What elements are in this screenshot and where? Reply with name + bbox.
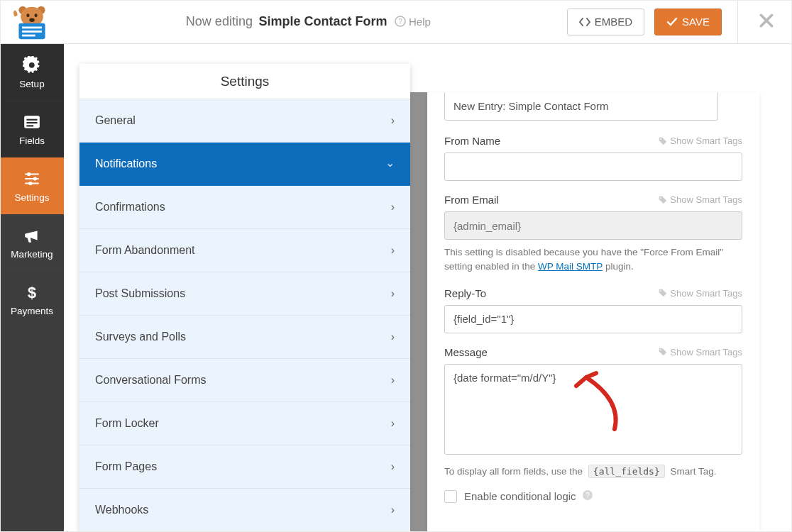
chevron-right-icon: › <box>391 504 395 516</box>
help-label: Help <box>409 16 431 28</box>
panel-item-confirmations[interactable]: Confirmations › <box>79 186 410 229</box>
chevron-right-icon: › <box>391 460 395 473</box>
save-button[interactable]: SAVE <box>654 9 722 35</box>
svg-point-3 <box>26 13 29 17</box>
panel-shadow-strip <box>410 92 427 532</box>
panel-item-label: Surveys and Polls <box>95 331 186 343</box>
tag-icon <box>659 196 667 204</box>
svg-point-22 <box>660 290 661 292</box>
panel-item-label: Confirmations <box>95 201 165 214</box>
smart-tags-link[interactable]: Show Smart Tags <box>659 347 742 358</box>
smart-tags-label: Show Smart Tags <box>670 288 742 299</box>
hint-text: Smart Tag. <box>671 466 717 477</box>
wp-mail-smtp-link[interactable]: WP Mail SMTP <box>538 261 603 272</box>
reply-to-label: Reply-To <box>444 287 486 299</box>
vnav-label: Marketing <box>11 249 53 260</box>
vnav-settings[interactable]: Settings <box>0 157 64 214</box>
from-email-note: This setting is disabled because you hav… <box>444 245 742 275</box>
conditional-logic-checkbox[interactable] <box>444 490 457 503</box>
panel-item-form-pages[interactable]: Form Pages › <box>79 445 410 489</box>
panel-item-webhooks[interactable]: Webhooks › <box>79 489 410 532</box>
panel-item-notifications[interactable]: Notifications ⌄ <box>79 143 410 186</box>
gear-icon <box>23 56 41 74</box>
help-link[interactable]: ? Help <box>395 16 431 28</box>
svg-text:?: ? <box>398 18 402 26</box>
panel-item-label: General <box>95 114 136 127</box>
smart-tags-label: Show Smart Tags <box>670 194 742 205</box>
vnav-marketing[interactable]: Marketing <box>0 214 64 271</box>
chevron-right-icon: › <box>391 114 395 127</box>
vnav-fields[interactable]: Fields <box>0 101 64 157</box>
chevron-right-icon: › <box>391 331 395 343</box>
svg-rect-8 <box>22 31 42 33</box>
panel-item-form-abandonment[interactable]: Form Abandonment › <box>79 229 410 272</box>
panel-item-post-submissions[interactable]: Post Submissions › <box>79 272 410 316</box>
entry-title-input[interactable] <box>444 92 718 121</box>
panel-item-form-locker[interactable]: Form Locker › <box>79 402 410 445</box>
smart-tags-link[interactable]: Show Smart Tags <box>659 135 742 146</box>
embed-button[interactable]: EMBED <box>567 9 644 35</box>
bullhorn-icon <box>23 226 41 245</box>
help-icon: ? <box>395 16 406 27</box>
dollar-icon: $ <box>23 283 41 301</box>
check-icon <box>666 16 678 28</box>
separator <box>737 0 738 44</box>
panel-item-label: Form Locker <box>95 417 159 430</box>
vnav-label: Payments <box>11 306 53 316</box>
help-icon[interactable]: ? <box>582 489 593 504</box>
vertical-nav: Setup Fields Settings Marketing $ Paymen… <box>0 44 64 532</box>
reply-to-input[interactable] <box>444 305 742 333</box>
vnav-label: Setup <box>19 79 44 89</box>
svg-text:?: ? <box>585 492 590 499</box>
panel-items: General › Notifications ⌄ Confirmations … <box>79 99 410 532</box>
conditional-logic-label: Enable conditional logic <box>464 490 576 502</box>
vnav-label: Fields <box>19 135 45 146</box>
tag-icon <box>659 137 667 145</box>
message-textarea[interactable] <box>444 364 742 455</box>
svg-rect-9 <box>22 34 35 36</box>
from-name-input[interactable] <box>444 153 742 181</box>
conditional-logic-row: Enable conditional logic ? <box>444 489 742 504</box>
close-icon <box>759 13 774 28</box>
panel-item-label: Webhooks <box>95 504 148 516</box>
message-label: Message <box>444 346 488 358</box>
svg-point-18 <box>28 182 32 185</box>
svg-point-21 <box>660 197 661 199</box>
chevron-right-icon: › <box>391 287 395 300</box>
sliders-icon <box>23 170 41 188</box>
tag-icon <box>659 348 667 356</box>
svg-rect-14 <box>26 122 37 123</box>
panel-item-label: Post Submissions <box>95 287 185 300</box>
title-prefix: Now editing <box>186 14 253 28</box>
panel-item-surveys-polls[interactable]: Surveys and Polls › <box>79 316 410 359</box>
vnav-payments[interactable]: $ Payments <box>0 271 64 328</box>
smart-tags-label: Show Smart Tags <box>670 347 742 358</box>
settings-panel: Settings General › Notifications ⌄ Confi… <box>79 64 410 532</box>
notification-form: From Name Show Smart Tags From Email Sho… <box>427 92 759 532</box>
hint-text: To display all form fields, use the <box>444 466 585 477</box>
title-wrap: Now editing Simple Contact Form ? Help <box>57 14 560 29</box>
code-icon <box>579 16 590 28</box>
svg-point-20 <box>660 138 661 140</box>
all-fields-code: {all_fields} <box>588 465 665 478</box>
chevron-right-icon: › <box>391 244 395 257</box>
svg-point-5 <box>29 18 34 22</box>
close-button[interactable] <box>754 13 779 31</box>
panel-item-label: Form Pages <box>95 460 157 473</box>
from-email-label: From Email <box>444 194 499 206</box>
svg-point-4 <box>35 13 38 17</box>
panel-item-conversational-forms[interactable]: Conversational Forms › <box>79 359 410 402</box>
svg-text:$: $ <box>28 284 36 301</box>
smart-tags-link[interactable]: Show Smart Tags <box>659 288 742 299</box>
note-text: plugin. <box>605 261 634 272</box>
chevron-right-icon: › <box>391 201 395 214</box>
svg-point-23 <box>660 349 661 350</box>
vnav-setup[interactable]: Setup <box>0 44 64 101</box>
panel-item-general[interactable]: General › <box>79 99 410 143</box>
wpforms-logo <box>0 0 64 43</box>
smart-tags-link[interactable]: Show Smart Tags <box>659 194 742 205</box>
from-name-label: From Name <box>444 135 500 147</box>
panel-item-label: Notifications <box>95 157 157 170</box>
title-form-name: Simple Contact Form <box>255 14 387 28</box>
list-icon <box>23 113 41 131</box>
